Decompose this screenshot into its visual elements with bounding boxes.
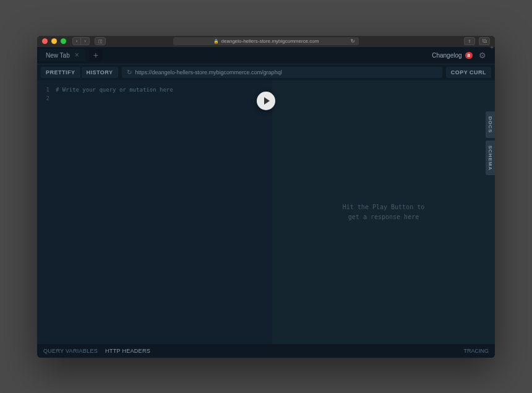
execute-button[interactable] xyxy=(257,92,275,110)
app-header: New Tab × + Changelog 8 ⚙ xyxy=(37,47,495,64)
query-variables-tab[interactable]: QUERY VARIABLES xyxy=(43,348,98,354)
browser-titlebar: ‹ › ◫ 🔒 deangelo-hellers-store.mybigcomm… xyxy=(37,36,495,47)
traffic-lights xyxy=(42,38,66,44)
titlebar-right: ⇧ ⿻ xyxy=(464,37,490,45)
header-right: Changelog 8 ⚙ xyxy=(432,51,492,60)
share-button[interactable]: ⇧ xyxy=(464,37,475,45)
response-pane: Hit the Play Button to get a response he… xyxy=(272,80,495,344)
toolbar: PRETTIFY HISTORY ↻ https://deangelo-hell… xyxy=(37,64,495,80)
maximize-window-icon[interactable] xyxy=(61,38,66,44)
minimize-window-icon[interactable] xyxy=(51,38,57,44)
changelog-label: Changelog xyxy=(432,52,461,59)
new-browser-tab-icon[interactable]: + xyxy=(490,44,494,51)
app-tab[interactable]: New Tab × xyxy=(40,49,85,61)
prettify-button[interactable]: PRETTIFY xyxy=(41,67,80,78)
endpoint-url: https://deangelo-hellers-store.mybigcomm… xyxy=(135,69,282,76)
forward-button[interactable]: › xyxy=(81,37,90,45)
editor-line: 2 xyxy=(43,94,266,103)
endpoint-input[interactable]: ↻ https://deangelo-hellers-store.mybigco… xyxy=(122,67,442,78)
new-tab-button[interactable]: + xyxy=(89,49,103,61)
browser-window: ‹ › ◫ 🔒 deangelo-hellers-store.mybigcomm… xyxy=(37,36,495,358)
query-editor[interactable]: 1 # Write your query or mutation here 2 xyxy=(37,80,272,344)
side-tabs: DOCS SCHEMA xyxy=(486,111,495,176)
history-button[interactable]: HISTORY xyxy=(82,67,118,78)
docs-tab[interactable]: DOCS xyxy=(486,111,495,138)
schema-tab[interactable]: SCHEMA xyxy=(486,140,495,176)
tracing-tab[interactable]: TRACING xyxy=(464,348,489,354)
line-number: 1 xyxy=(43,85,49,94)
changelog-badge: 8 xyxy=(465,52,473,59)
editor-comment: # Write your query or mutation here xyxy=(56,85,173,94)
copy-curl-button[interactable]: COPY CURL xyxy=(446,67,491,78)
line-number: 2 xyxy=(43,94,49,103)
main-area: 1 # Write your query or mutation here 2 … xyxy=(37,80,495,344)
close-tab-icon[interactable]: × xyxy=(75,51,79,59)
footer: QUERY VARIABLES HTTP HEADERS TRACING xyxy=(37,344,495,358)
lock-icon: 🔒 xyxy=(213,39,219,44)
http-headers-tab[interactable]: HTTP HEADERS xyxy=(105,348,150,354)
back-button[interactable]: ‹ xyxy=(72,37,81,45)
response-placeholder: Hit the Play Button to get a response he… xyxy=(343,202,424,222)
changelog-link[interactable]: Changelog 8 xyxy=(432,52,473,59)
sidebar-toggle-button[interactable]: ◫ xyxy=(95,37,106,45)
editor-line: 1 # Write your query or mutation here xyxy=(43,85,266,94)
address-bar[interactable]: 🔒 deangelo-hellers-store.mybigcommerce.c… xyxy=(173,37,359,45)
play-icon xyxy=(264,97,270,105)
nav-buttons: ‹ › xyxy=(72,37,90,45)
reload-icon[interactable]: ↻ xyxy=(351,38,355,44)
url-text: deangelo-hellers-store.mybigcommerce.com xyxy=(221,38,319,44)
tab-label: New Tab xyxy=(46,52,70,59)
tabs-button[interactable]: ⿻ xyxy=(479,37,490,45)
settings-icon[interactable]: ⚙ xyxy=(479,51,486,60)
reload-schema-icon[interactable]: ↻ xyxy=(127,69,132,76)
close-window-icon[interactable] xyxy=(42,38,48,44)
